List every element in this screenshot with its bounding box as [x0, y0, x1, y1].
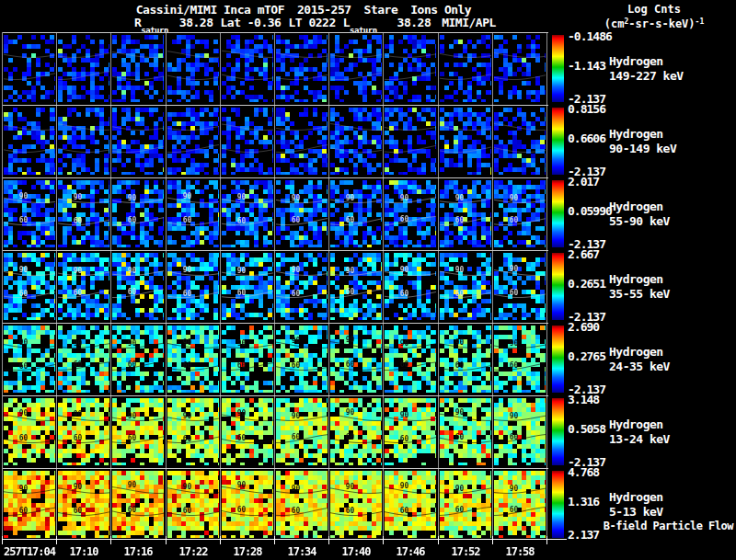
- skymap-panel: [112, 108, 164, 175]
- skymap-panel: [58, 253, 109, 320]
- skymap-panel: [222, 326, 273, 393]
- skymap-panel: [167, 398, 219, 465]
- column-boundary-line: [274, 32, 275, 538]
- row-species-label: Hydrogen: [609, 417, 663, 431]
- skymap-panel: [276, 108, 328, 175]
- skymap-panel: [222, 253, 273, 320]
- skymap-panel: [4, 108, 55, 175]
- skymap-panel: [494, 398, 546, 465]
- column-boundary-line: [110, 32, 111, 538]
- skymap-panel: [440, 180, 491, 247]
- skymap-panel: [385, 471, 436, 538]
- skymap-panel: [58, 180, 109, 247]
- skymap-panel: [276, 471, 328, 538]
- time-axis-label: 17:58: [481, 545, 558, 558]
- skymap-panel: [112, 471, 164, 538]
- row-energy-label: 24-35 keV: [609, 360, 670, 373]
- skymap-panel: [58, 471, 109, 538]
- row-species-label: Hydrogen: [609, 54, 663, 68]
- colorbar-top-label: 2.017: [568, 175, 599, 189]
- skymap-panel: [112, 35, 164, 102]
- time-axis-tick: [220, 536, 221, 544]
- row-energy-label: 90-149 keV: [609, 142, 676, 155]
- time-axis-tick: [166, 536, 167, 544]
- skymap-panel: [494, 108, 546, 175]
- skymap-panel: [58, 398, 109, 465]
- skymap-panel: [4, 326, 55, 393]
- time-axis-tick: [383, 536, 384, 544]
- time-axis-tick: [546, 536, 547, 544]
- colorbar-mid-label: 0.2651: [568, 277, 605, 291]
- skymap-panel: [276, 35, 328, 102]
- bfield-particle-flow-note: B-field Particle Flow: [604, 520, 733, 532]
- colorbar-top-label: 2.667: [568, 247, 599, 261]
- row-frame-line: [3, 468, 548, 469]
- skymap-panel: [440, 326, 491, 393]
- skymap-panel: [494, 326, 546, 393]
- skymap-panel: [494, 180, 546, 247]
- row-colorbar: [552, 108, 564, 175]
- skymap-panel: [276, 253, 328, 320]
- skymap-panel: [222, 398, 273, 465]
- title-filter: Ions Only: [410, 3, 471, 17]
- time-axis-line: [3, 539, 567, 540]
- row-colorbar: [552, 253, 564, 320]
- time-axis-tick: [110, 536, 111, 544]
- colorbar-mid-label: 0.2765: [568, 349, 605, 363]
- skymap-panel: [112, 398, 164, 465]
- skymap-panel: [4, 180, 55, 247]
- row-species-label: Hydrogen: [609, 345, 663, 359]
- colorbar-mid-label: -1.143: [568, 59, 605, 73]
- title-date: 2015-257: [297, 3, 351, 17]
- skymap-panel: [4, 471, 55, 538]
- row-energy-label: 35-55 keV: [609, 287, 670, 301]
- colorbar-mid-label: 0.6606: [568, 131, 605, 145]
- l-subscript: saturn: [350, 26, 377, 35]
- time-axis-tick: [328, 536, 329, 544]
- skymap-panel: [112, 253, 164, 320]
- skymap-panel: [330, 253, 382, 320]
- skymap-panel: [167, 326, 219, 393]
- row-colorbar: [552, 326, 564, 393]
- l-value: 38.28: [397, 16, 431, 29]
- colorbar-units-line2: (cm2-sr-s-keV)-1: [576, 16, 732, 30]
- skymap-panel: [330, 471, 382, 538]
- column-boundary-line: [438, 32, 439, 538]
- skymap-panel: [385, 180, 436, 247]
- skymap-panel: [112, 180, 164, 247]
- colorbar-top-label: 2.690: [568, 320, 599, 334]
- skymap-panel: [222, 180, 273, 247]
- colorbar-units-line1: Log Cnts: [576, 3, 732, 16]
- colorbar-mid-label: 1.316: [568, 495, 599, 509]
- colorbar-mid-label: 0.05990: [568, 204, 612, 218]
- row-species-label: Hydrogen: [609, 200, 663, 213]
- skymap-panel: [385, 35, 436, 102]
- time-axis-tick: [274, 536, 275, 544]
- l-label: L: [343, 16, 350, 29]
- colorbar-top-label: 3.148: [568, 393, 599, 406]
- skymap-panel: [385, 108, 436, 175]
- skymap-panel: [4, 35, 55, 102]
- row-species-label: Hydrogen: [609, 127, 663, 141]
- skymap-panel: [58, 35, 109, 102]
- skymap-panel: [440, 471, 491, 538]
- skymap-panel: [276, 398, 328, 465]
- title-instrument: Cassini/MIMI Inca mTOF: [136, 3, 284, 17]
- plot-title: Cassini/MIMI Inca mTOF2015-257StareIons …: [0, 3, 607, 17]
- row-colorbar: [552, 471, 564, 538]
- skymap-panel: [58, 108, 109, 175]
- column-boundary-line: [220, 32, 221, 538]
- lt-value: LT 0222: [288, 16, 335, 29]
- skymap-panel: [440, 398, 491, 465]
- skymap-panel: [167, 253, 219, 320]
- row-species-label: Hydrogen: [609, 272, 663, 286]
- colorbar-top-label: -0.1486: [568, 29, 612, 43]
- skymap-panel: [167, 108, 219, 175]
- skymap-panel: [385, 326, 436, 393]
- skymap-panel: [385, 253, 436, 320]
- row-energy-label: 55-90 keV: [609, 214, 670, 228]
- column-boundary-line: [383, 32, 384, 538]
- skymap-panel: [222, 35, 273, 102]
- skymap-panel: [494, 35, 546, 102]
- skymap-panel: [494, 471, 546, 538]
